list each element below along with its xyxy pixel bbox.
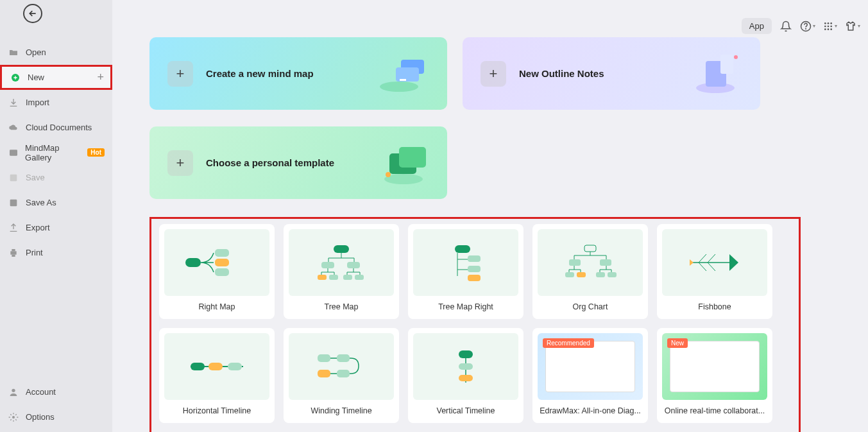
- svg-rect-23: [400, 79, 406, 81]
- card-title: New Outline Notes: [519, 68, 604, 79]
- template-label: Right Map: [166, 302, 268, 311]
- sidebar-item-label: Options: [26, 412, 55, 422]
- svg-point-31: [386, 172, 391, 177]
- svg-rect-41: [343, 275, 352, 280]
- svg-rect-49: [600, 259, 611, 266]
- cloud-icon: [8, 122, 19, 134]
- sidebar-item-label: Save As: [26, 198, 56, 207]
- template-org-chart[interactable]: Org Chart: [532, 224, 648, 319]
- svg-rect-47: [584, 245, 596, 252]
- svg-rect-57: [318, 354, 330, 362]
- sidebar-item-label: Account: [26, 387, 56, 397]
- svg-rect-13: [10, 174, 17, 181]
- template-illustration: [377, 137, 434, 189]
- plus-icon: +: [97, 71, 104, 84]
- svg-rect-58: [337, 354, 350, 362]
- card-title: Choose a personal template: [206, 157, 334, 168]
- svg-point-27: [734, 55, 738, 59]
- card-personal-template[interactable]: + Choose a personal template: [149, 126, 447, 199]
- plus-circle-icon: [10, 72, 21, 83]
- svg-rect-22: [396, 67, 419, 82]
- svg-point-18: [12, 388, 15, 392]
- sidebar-item-new[interactable]: New +: [0, 65, 112, 90]
- sidebar-item-import[interactable]: Import: [0, 90, 112, 115]
- template-online-collab[interactable]: New Online real-time collaborat...: [657, 328, 772, 423]
- svg-rect-36: [334, 245, 349, 253]
- hot-badge: Hot: [87, 148, 105, 157]
- export-icon: [8, 222, 19, 234]
- svg-rect-12: [10, 150, 17, 155]
- sidebar-item-label: Cloud Documents: [26, 123, 92, 132]
- svg-rect-55: [208, 363, 223, 370]
- svg-rect-42: [355, 275, 364, 280]
- template-label: EdrawMax: All-in-one Diag...: [539, 406, 642, 415]
- download-icon: [8, 97, 19, 108]
- sidebar-item-label: Export: [26, 223, 50, 232]
- template-fishbone[interactable]: Fishbone: [657, 224, 772, 319]
- user-icon: [8, 386, 19, 398]
- svg-rect-63: [459, 375, 473, 381]
- sidebar-item-label: Import: [26, 98, 49, 107]
- svg-rect-54: [191, 363, 205, 370]
- template-horizontal-timeline[interactable]: Horizontal Timeline: [159, 328, 275, 423]
- svg-rect-43: [455, 245, 470, 253]
- sidebar-item-print[interactable]: Print: [0, 240, 112, 265]
- back-button[interactable]: [23, 4, 42, 23]
- sidebar-item-label: MindMap Gallery: [25, 143, 85, 162]
- template-winding-timeline[interactable]: Winding Timeline: [284, 328, 399, 423]
- svg-rect-16: [12, 249, 15, 251]
- svg-point-20: [380, 82, 418, 92]
- svg-rect-32: [185, 258, 201, 267]
- sidebar: Open New + Import Cloud Documents MindMa…: [0, 0, 112, 432]
- plus-icon: +: [481, 61, 506, 87]
- svg-rect-62: [459, 363, 473, 370]
- sidebar-item-open[interactable]: Open: [0, 40, 112, 65]
- svg-rect-44: [468, 255, 481, 262]
- svg-rect-34: [215, 259, 229, 266]
- template-label: Org Chart: [539, 302, 642, 311]
- template-label: Tree Map Right: [414, 302, 517, 311]
- template-label: Horizontal Timeline: [166, 406, 268, 415]
- gear-icon: [8, 411, 19, 423]
- svg-rect-39: [318, 275, 327, 280]
- card-title: Create a new mind map: [206, 68, 314, 79]
- sidebar-item-export[interactable]: Export: [0, 215, 112, 240]
- sidebar-item-gallery[interactable]: MindMap Gallery Hot: [0, 140, 112, 165]
- print-icon: [8, 247, 19, 259]
- plus-icon: +: [167, 150, 193, 176]
- svg-rect-26: [720, 55, 733, 74]
- svg-rect-33: [215, 249, 229, 257]
- template-label: Online real-time collaborat...: [663, 406, 766, 415]
- sidebar-item-cloud[interactable]: Cloud Documents: [0, 115, 112, 140]
- svg-rect-59: [318, 370, 330, 377]
- sidebar-item-label: New: [28, 73, 44, 82]
- recommended-badge: Recommended: [543, 338, 594, 348]
- template-grid-area: Right Map Tree Map Tree Map Right Org Ch…: [149, 217, 801, 432]
- gallery-icon: [8, 147, 19, 159]
- template-tree-map-right[interactable]: Tree Map Right: [408, 224, 523, 319]
- template-label: Winding Timeline: [290, 406, 393, 415]
- sidebar-item-label: Print: [26, 248, 43, 257]
- template-right-map[interactable]: Right Map: [159, 224, 275, 319]
- sidebar-item-options[interactable]: Options: [0, 404, 112, 429]
- svg-rect-15: [10, 251, 16, 254]
- mindmap-illustration: [377, 48, 434, 99]
- svg-rect-38: [347, 262, 360, 268]
- card-new-outline[interactable]: + New Outline Notes: [463, 37, 760, 110]
- sidebar-item-account[interactable]: Account: [0, 379, 112, 404]
- template-label: Fishbone: [663, 302, 766, 311]
- template-vertical-timeline[interactable]: Vertical Timeline: [408, 328, 523, 423]
- template-label: Tree Map: [290, 302, 393, 311]
- svg-rect-51: [577, 272, 586, 277]
- template-tree-map[interactable]: Tree Map: [284, 224, 399, 319]
- card-new-mindmap[interactable]: + Create a new mind map: [149, 37, 447, 110]
- template-label: Vertical Timeline: [414, 406, 517, 415]
- svg-rect-52: [596, 272, 605, 277]
- svg-rect-53: [608, 272, 617, 277]
- folder-icon: [8, 47, 19, 58]
- sidebar-item-label: Save: [26, 173, 45, 182]
- sidebar-item-saveas[interactable]: Save As: [0, 190, 112, 215]
- svg-point-19: [12, 416, 15, 419]
- sidebar-item-save[interactable]: Save: [0, 165, 112, 190]
- template-edrawmax[interactable]: Recommended EdrawMax: All-in-one Diag...: [532, 328, 648, 423]
